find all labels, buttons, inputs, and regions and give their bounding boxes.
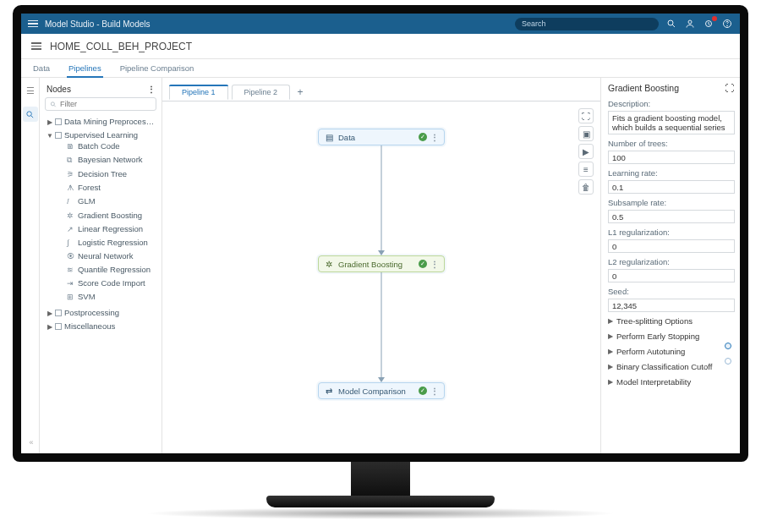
search-icon[interactable] [665, 18, 677, 30]
collapse-left-icon[interactable]: « [29, 438, 30, 447]
learning-rate-label: Learning rate: [608, 168, 735, 178]
notifications-icon[interactable] [703, 18, 714, 30]
node-score-code-import[interactable]: ⇥Score Code Import [65, 277, 156, 290]
nodes-panel-menu-icon[interactable]: ⋮ [147, 85, 155, 94]
l2-reg-label: L2 regularization: [608, 257, 735, 266]
num-trees-label: Number of trees: [608, 139, 735, 148]
app-titlebar: Model Studio - Build Models Search [21, 14, 740, 34]
project-list-icon[interactable] [31, 42, 41, 50]
canvas-toolbar: ⛶ ▣ ▶ ≡ 🗑 [578, 108, 594, 195]
svg-line-1 [672, 25, 675, 27]
flow-node-gradient-boosting[interactable]: ✲ Gradient Boosting ✓ ⋮ [318, 255, 445, 272]
accordion-tree-splitting[interactable]: ▶Tree-splitting Options [608, 315, 735, 327]
pipeline-tab-1[interactable]: Pipeline 1 [169, 85, 228, 100]
svg-line-7 [31, 115, 34, 118]
search-placeholder: Search [522, 19, 546, 28]
status-success-icon: ✓ [419, 133, 427, 141]
group-preprocessing[interactable]: ▶Data Mining Preprocessing [45, 114, 156, 128]
node-neural-network[interactable]: ⦿Neural Network [65, 250, 156, 263]
app-title: Model Studio - Build Models [45, 19, 151, 29]
node-glm[interactable]: 𝑙GLM [65, 195, 156, 209]
accordion-early-stopping[interactable]: ▶Perform Early Stopping [608, 330, 735, 343]
group-supervised[interactable]: ▼Supervised Learning 🗎Batch Code ⧉Bayesi… [45, 128, 156, 305]
main-tabs: Data Pipelines Pipeline Comparison [21, 59, 740, 78]
connector-2 [381, 272, 382, 377]
accordion-binary-cutoff[interactable]: ▶Binary Classification Cutoff [608, 360, 735, 373]
learning-rate-field[interactable]: 0.1 [608, 180, 735, 194]
svg-point-2 [688, 20, 692, 24]
layout-icon[interactable]: ▣ [578, 126, 594, 141]
node-decision-tree[interactable]: ⚞Decision Tree [65, 167, 156, 181]
svg-line-9 [54, 105, 56, 107]
global-search[interactable]: Search [515, 18, 659, 30]
node-forest[interactable]: ⩚Forest [65, 181, 156, 195]
node-logistic-regression[interactable]: ∫Logistic Regression [65, 236, 156, 250]
main-menu-icon[interactable] [28, 20, 38, 28]
user-icon[interactable] [684, 18, 696, 30]
node-quantile-regression[interactable]: ≋Quantile Regression [65, 263, 156, 277]
connector-1 [381, 145, 382, 250]
help-icon[interactable] [721, 18, 733, 30]
left-rail: ☰ « [21, 78, 40, 453]
status-success-icon: ✓ [419, 260, 427, 268]
pipeline-tabs: Pipeline 1 Pipeline 2 + [162, 83, 600, 101]
description-label: Description: [608, 99, 735, 108]
l1-reg-label: L1 regularization: [608, 228, 735, 237]
expand-icon[interactable]: ⛶ [578, 108, 594, 123]
delete-icon[interactable]: 🗑 [578, 179, 594, 195]
l1-reg-field[interactable]: 0 [608, 239, 735, 253]
flow-node-data[interactable]: ▤ Data ✓ ⋮ [318, 129, 445, 145]
l2-reg-field[interactable]: 0 [608, 269, 735, 282]
pipeline-tab-2[interactable]: Pipeline 2 [232, 85, 291, 100]
group-postprocessing[interactable]: ▶Postprocessing [45, 305, 156, 319]
data-node-icon: ▤ [324, 133, 334, 142]
nodes-tree: ▶Data Mining Preprocessing ▼Supervised L… [45, 114, 156, 332]
accordion-autotuning[interactable]: ▶Perform Autotuning [608, 345, 735, 358]
filter-search-icon [50, 101, 57, 108]
project-name: HOME_COLL_BEH_PROJECT [50, 41, 192, 52]
gradient-boosting-node-icon: ✲ [324, 260, 334, 269]
svg-point-0 [668, 20, 673, 25]
subsample-rate-label: Subsample rate: [608, 198, 735, 207]
project-header: HOME_COLL_BEH_PROJECT [21, 34, 740, 59]
properties-title: Gradient Boosting [608, 83, 679, 93]
flow-node-model-comparison[interactable]: ⇄ Model Comparison ✓ ⋮ [318, 382, 445, 399]
node-linear-regression[interactable]: ↗Linear Regression [65, 222, 156, 236]
node-menu-icon[interactable]: ⋮ [430, 260, 439, 269]
run-icon[interactable]: ▶ [578, 144, 594, 159]
svg-point-5 [727, 25, 728, 26]
rail-nodes-icon[interactable]: ☰ [23, 83, 38, 98]
nodes-filter-input[interactable] [60, 100, 151, 108]
svg-point-8 [51, 101, 54, 105]
node-menu-icon[interactable]: ⋮ [430, 387, 439, 396]
tab-data[interactable]: Data [31, 60, 52, 77]
model-comparison-node-icon: ⇄ [324, 387, 334, 396]
rail-search-icon[interactable] [23, 107, 38, 122]
tab-pipelines[interactable]: Pipelines [67, 60, 103, 77]
nodes-filter[interactable] [45, 97, 156, 111]
status-success-icon: ✓ [419, 387, 427, 395]
node-bayesian-network[interactable]: ⧉Bayesian Network [65, 153, 156, 167]
svg-point-6 [27, 111, 31, 116]
node-gradient-boosting[interactable]: ✲Gradient Boosting [65, 209, 156, 222]
accordion-interpretability[interactable]: ▶Model Interpretability [608, 376, 735, 388]
seed-label: Seed: [608, 287, 735, 296]
add-pipeline-button[interactable]: + [293, 85, 307, 99]
group-miscellaneous[interactable]: ▶Miscellaneous [45, 319, 156, 332]
node-menu-icon[interactable]: ⋮ [430, 133, 439, 142]
nodes-panel-title: Nodes [47, 85, 71, 94]
tab-pipeline-comparison[interactable]: Pipeline Comparison [118, 60, 196, 77]
stop-icon[interactable]: ≡ [578, 162, 594, 177]
nodes-panel: Nodes ⋮ ▶Data Mining Preprocessing ▼Supe… [40, 78, 162, 453]
pipeline-area: Pipeline 1 Pipeline 2 + ⛶ ▣ ▶ ≡ 🗑 ▤ Data… [162, 78, 600, 453]
expand-properties-icon[interactable]: ⛶ [725, 83, 735, 93]
subsample-rate-field[interactable]: 0.5 [608, 210, 735, 223]
seed-field[interactable]: 12,345 [608, 299, 735, 312]
properties-panel: Gradient Boosting ⛶ Description: Fits a … [600, 78, 740, 453]
description-field[interactable]: Fits a gradient boosting model, which bu… [608, 111, 735, 134]
node-batch-code[interactable]: 🗎Batch Code [65, 140, 156, 153]
node-svm[interactable]: ⊞SVM [65, 290, 156, 304]
num-trees-field[interactable]: 100 [608, 151, 735, 164]
pipeline-canvas[interactable]: ⛶ ▣ ▶ ≡ 🗑 ▤ Data ✓ ⋮ ✲ Gradient Bo [162, 101, 600, 453]
